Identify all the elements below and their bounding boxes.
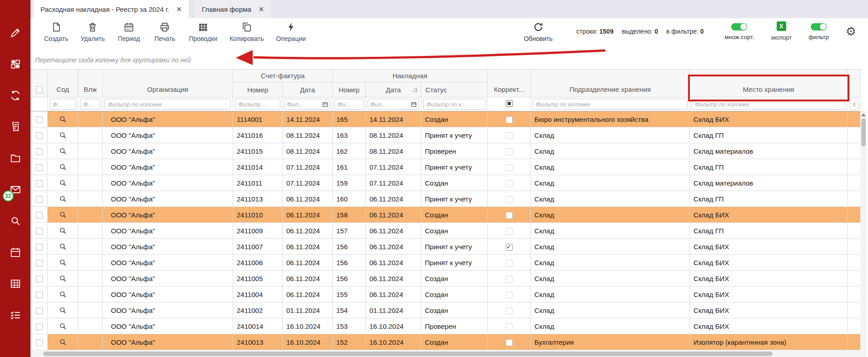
table-row[interactable]: ООО "Альфа" 1114001 14.11.2024 165 14.11… (31, 111, 861, 127)
toggle-on-icon[interactable] (731, 23, 747, 30)
group-by-bar[interactable]: Перетащите сюда колонку для группировки … (30, 50, 868, 69)
magnifier-icon[interactable] (59, 211, 67, 219)
sidebar-item-edit[interactable] (9, 26, 22, 39)
export-button[interactable]: X экспорт (771, 21, 792, 41)
magnifier-icon[interactable] (59, 116, 67, 123)
vertical-scrollbar[interactable] (860, 111, 867, 357)
sidebar-item-modules[interactable] (9, 58, 22, 70)
multisort-toggle[interactable]: множ.сорт. (725, 21, 754, 40)
correction-checkbox[interactable] (506, 196, 513, 203)
magnifier-icon[interactable] (59, 307, 67, 314)
row-checkbox[interactable] (36, 244, 43, 251)
correction-checkbox[interactable] (506, 116, 513, 123)
magnifier-icon[interactable] (59, 195, 67, 203)
table-row[interactable]: ООО "Альфа" 2411013 06.11.2024 160 06.11… (31, 191, 861, 207)
row-checkbox[interactable] (36, 196, 43, 203)
filter-toggle[interactable]: фильтр (808, 21, 828, 40)
column-header-waybill-number[interactable]: Номер (333, 82, 366, 97)
filter-waybill-number-input[interactable] (334, 99, 364, 110)
period-button[interactable]: Период (117, 21, 141, 42)
correction-checkbox[interactable] (506, 307, 513, 314)
table-row[interactable]: ООО "Альфа" 2411009 06.11.2024 157 06.11… (31, 223, 861, 239)
column-header-invoice-number[interactable]: Номер (233, 82, 283, 97)
row-checkbox[interactable] (36, 148, 43, 155)
calendar-picker-icon[interactable] (411, 101, 417, 107)
row-checkbox[interactable] (36, 276, 43, 282)
magnifier-icon[interactable] (59, 243, 67, 251)
row-checkbox[interactable] (36, 212, 43, 219)
magnifier-icon[interactable] (59, 259, 67, 266)
row-checkbox[interactable] (36, 307, 43, 314)
tab-close-icon[interactable]: × (176, 5, 182, 14)
row-checkbox[interactable] (36, 292, 43, 298)
filter-content-input[interactable] (50, 99, 76, 110)
correction-filter-checkbox[interactable] (506, 100, 513, 107)
magnifier-icon[interactable] (59, 291, 67, 298)
column-header-department[interactable]: Подразделение хранения (531, 70, 690, 97)
tab-main-form[interactable]: Главная форма × (195, 0, 271, 18)
sidebar-item-mail[interactable]: 32 (9, 183, 22, 196)
filter-invoice-date-input[interactable] (287, 101, 321, 108)
correction-checkbox[interactable] (506, 180, 513, 187)
magnifier-icon[interactable] (59, 338, 67, 346)
column-header-attachments[interactable]: Влж (78, 70, 103, 97)
column-header-storage-place[interactable]: Место хранения (690, 70, 848, 97)
correction-checkbox[interactable] (506, 260, 513, 266)
filter-storage-place-input[interactable] (692, 99, 845, 110)
sidebar-item-sync[interactable] (9, 89, 22, 102)
column-header-organization[interactable]: Организация (103, 70, 233, 97)
sidebar-item-receipts[interactable] (9, 121, 22, 133)
create-button[interactable]: Создать (44, 21, 68, 42)
correction-checkbox[interactable] (506, 132, 513, 139)
vertical-scroll-thumb[interactable] (861, 118, 866, 146)
magnifier-icon[interactable] (59, 131, 67, 139)
sidebar-item-registers[interactable] (9, 277, 22, 290)
filter-waybill-date-input[interactable] (370, 101, 410, 108)
table-row[interactable]: ООО "Альфа" 2411004 06.11.2024 155 06.11… (31, 287, 861, 302)
delete-button[interactable]: Удалить (80, 21, 105, 42)
filter-organization-input[interactable] (105, 99, 231, 110)
table-row[interactable]: ООО "Альфа" 2411010 06.11.2024 158 06.11… (31, 207, 861, 223)
correction-checkbox[interactable] (506, 148, 513, 155)
table-row[interactable]: ООО "Альфа" 2411007 06.11.2024 156 06.11… (31, 239, 861, 255)
settings-gear-icon[interactable]: ⚙ (846, 25, 856, 37)
calendar-picker-icon[interactable] (322, 101, 328, 107)
excel-export-icon[interactable]: X (777, 21, 786, 31)
correction-checkbox[interactable] (506, 323, 513, 330)
row-checkbox[interactable] (36, 323, 43, 330)
tab-expense-register[interactable]: Расходная накладная - Реестр за 2024 г. … (34, 0, 189, 18)
column-header-correction[interactable]: Коррект... (488, 70, 531, 97)
correction-checkbox[interactable] (506, 292, 513, 298)
operations-button[interactable]: Операции (276, 21, 306, 42)
print-button[interactable]: Печать (153, 21, 177, 42)
scroll-up-icon[interactable] (861, 113, 866, 116)
table-row[interactable]: ООО "Альфа" 2411014 07.11.2024 161 07.11… (31, 159, 861, 175)
row-checkbox[interactable] (36, 116, 43, 123)
sidebar-item-tasks[interactable] (9, 309, 22, 322)
row-checkbox[interactable] (36, 164, 43, 171)
row-checkbox[interactable] (36, 228, 43, 235)
table-row[interactable]: ООО "Альфа" 2411011 07.11.2024 159 07.11… (31, 175, 861, 191)
column-header-waybill-date[interactable]: Дата ↓1 (366, 82, 421, 97)
filter-extra-input[interactable] (849, 99, 858, 110)
table-row[interactable]: ООО "Альфа" 2411015 08.11.2024 162 08.11… (31, 143, 861, 159)
table-row[interactable]: ООО "Альфа" 2411006 06.11.2024 156 06.11… (31, 255, 861, 271)
magnifier-icon[interactable] (59, 322, 67, 330)
column-header-status[interactable]: Статус (421, 82, 488, 97)
correction-checkbox[interactable] (506, 212, 513, 219)
column-header-invoice-date[interactable]: Дата (283, 82, 333, 97)
horizontal-scrollbar[interactable] (30, 351, 860, 357)
table-row[interactable]: ООО "Альфа" 2410014 16.10.2024 153 16.10… (31, 318, 861, 334)
table-row[interactable]: ООО "Альфа" 2411005 06.11.2024 156 06.11… (31, 271, 861, 287)
correction-checkbox[interactable] (506, 339, 513, 346)
magnifier-icon[interactable] (59, 275, 67, 282)
tab-close-icon[interactable]: × (259, 5, 264, 14)
filter-invoice-number-input[interactable] (235, 99, 280, 110)
horizontal-scroll-thumb[interactable] (43, 352, 773, 356)
magnifier-icon[interactable] (59, 163, 67, 171)
correction-checkbox[interactable] (506, 276, 513, 282)
toggle-on-icon[interactable] (811, 23, 827, 30)
filter-status-input[interactable] (423, 99, 485, 110)
postings-button[interactable]: Проводки (189, 21, 218, 42)
sidebar-item-documents[interactable] (9, 152, 22, 165)
